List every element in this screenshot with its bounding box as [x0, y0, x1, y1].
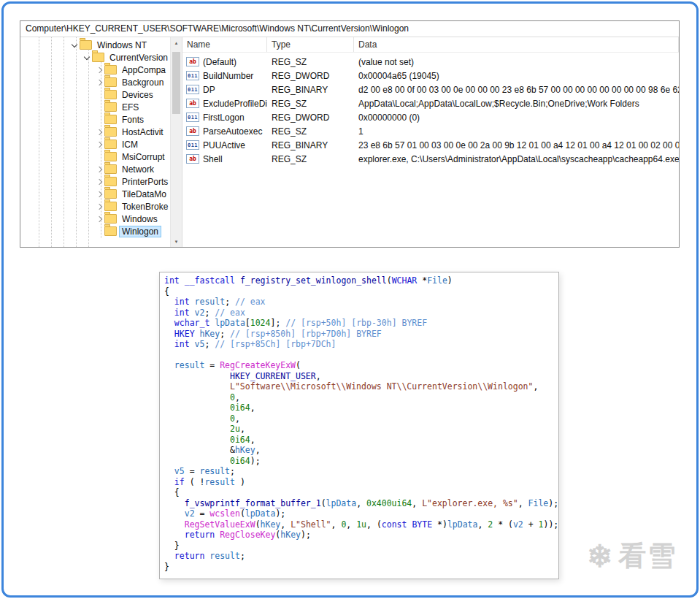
tree-item-tokenbroke[interactable]: TokenBroke	[20, 200, 170, 213]
registry-value-row[interactable]: 011BuildNumberREG_DWORD0x00004a65 (19045…	[182, 69, 679, 83]
code-token	[164, 456, 230, 466]
code-line[interactable]	[164, 350, 558, 361]
chevron-collapsed-icon[interactable]	[95, 128, 104, 137]
tree-item-devices[interactable]: Devices	[20, 88, 170, 101]
tree-item-windows[interactable]: Windows	[20, 213, 170, 225]
code-line[interactable]: result = RegCreateKeyExW(	[164, 360, 558, 371]
tree-item-fonts[interactable]: Fonts	[20, 113, 170, 126]
code-line[interactable]: f_vswprintf_format_buffer_1(lpData, 0x40…	[164, 498, 558, 509]
registry-value-row[interactable]: ab(Default)REG_SZ(value not set)	[182, 55, 679, 69]
tree-scrollbar[interactable]: ▲ ▼	[170, 37, 182, 247]
code-token: ];	[270, 318, 285, 328]
registry-value-row[interactable]: 011PUUActiveREG_BINARY23 e8 6b 57 01 00 …	[182, 138, 679, 152]
code-token: +	[523, 519, 539, 530]
code-token: wcslen	[209, 508, 240, 519]
code-token	[164, 477, 174, 487]
code-token: wchar_t	[174, 318, 209, 328]
code-line[interactable]: 2u,	[164, 424, 558, 435]
column-header-name[interactable]: Name	[182, 37, 267, 52]
folder-icon	[104, 177, 117, 186]
tree-item-label: CurrentVersion	[107, 53, 170, 63]
code-line[interactable]: 0i64,	[164, 435, 558, 446]
chevron-expanded-icon[interactable]	[70, 41, 79, 50]
chevron-collapsed-icon[interactable]	[95, 140, 104, 149]
code-line[interactable]: HKEY_CURRENT_USER,	[164, 371, 558, 382]
code-line[interactable]: {	[164, 286, 558, 297]
chevron-expanded-icon[interactable]	[82, 53, 91, 62]
registry-value-row[interactable]: abExcludeProfileDirsREG_SZAppData\Local;…	[182, 96, 679, 110]
code-line[interactable]: }	[164, 562, 558, 573]
code-token: int	[164, 275, 180, 286]
tree-item-network[interactable]: Network	[20, 163, 170, 175]
code-line[interactable]: v2 = wcslen(lpData);	[164, 508, 558, 519]
code-line[interactable]: RegSetValueExW(hKey, L"Shell", 0, 1u, (c…	[164, 519, 558, 530]
folder-icon	[104, 164, 117, 174]
chevron-collapsed-icon[interactable]	[95, 215, 104, 224]
code-token: );	[548, 498, 558, 508]
column-header-type[interactable]: Type	[267, 37, 354, 52]
registry-value-row[interactable]: 011FirstLogonREG_DWORD0x00000000 (0)	[182, 110, 679, 124]
tree-item-msicorrupt[interactable]: MsiCorrupt	[20, 150, 170, 163]
chevron-collapsed-icon[interactable]	[95, 66, 104, 75]
code-line[interactable]: 0,	[164, 413, 558, 424]
code-line[interactable]: {	[164, 487, 558, 498]
code-token: File	[528, 498, 549, 508]
registry-address-bar[interactable]: Computer\HKEY_CURRENT_USER\SOFTWARE\Micr…	[20, 21, 679, 37]
code-line[interactable]: }	[164, 541, 558, 552]
tree-item-printerports[interactable]: PrinterPorts	[20, 175, 170, 188]
code-line[interactable]: v5 = result;	[164, 466, 558, 477]
scrollbar-thumb[interactable]	[172, 52, 180, 114]
tree-item-backgroun[interactable]: Backgroun	[20, 76, 170, 88]
code-line[interactable]: int __fastcall f_registry_set_winlogon_s…	[164, 275, 558, 286]
chevron-collapsed-icon[interactable]	[95, 190, 104, 199]
code-line[interactable]: int result; // eax	[164, 297, 558, 308]
tree-item-icm[interactable]: ICM	[20, 138, 170, 150]
tree-item-hostactivit[interactable]: HostActivit	[20, 126, 170, 138]
tree-item-efs[interactable]: EFS	[20, 101, 170, 113]
code-token: 0i64	[230, 435, 250, 445]
tree-item-tiledatamo[interactable]: TileDataMo	[20, 188, 170, 200]
code-line[interactable]: wchar_t lpData[1024]; // [rsp+50h] [rbp-…	[164, 318, 558, 329]
column-header-data[interactable]: Data	[354, 37, 679, 52]
folder-icon	[92, 53, 104, 62]
chevron-placeholder	[95, 115, 104, 124]
value-data: 0x00000000 (0)	[354, 112, 679, 123]
code-line[interactable]: int v2; // eax	[164, 308, 558, 318]
value-name: FirstLogon	[203, 112, 245, 123]
chevron-collapsed-icon[interactable]	[95, 178, 104, 186]
registry-tree-pane: Windows NTCurrentVersionAppCompaBackgrou…	[20, 37, 170, 247]
code-line[interactable]: int v5; // [rsp+85Ch] [rbp+7DCh]	[164, 339, 558, 350]
tree-item-label: Winlogon	[120, 226, 161, 237]
code-token: result	[200, 466, 231, 476]
scroll-down-icon[interactable]: ▼	[171, 236, 182, 247]
code-token	[164, 297, 174, 307]
value-name-cell: 011BuildNumber	[182, 71, 267, 81]
tree-item-appcompa[interactable]: AppCompa	[20, 64, 170, 76]
value-name: DP	[203, 85, 215, 95]
code-line[interactable]: &hKey,	[164, 445, 558, 456]
value-name-cell: abShell	[182, 154, 267, 164]
chevron-collapsed-icon[interactable]	[95, 78, 104, 87]
scroll-up-icon[interactable]: ▲	[171, 37, 182, 48]
code-line[interactable]: HKEY hKey; // [rsp+850h] [rbp+7D0h] BYRE…	[164, 329, 558, 340]
tree-item-label: ICM	[120, 140, 140, 150]
registry-value-row[interactable]: 011DPREG_BINARYd2 00 e8 00 0f 00 03 00 0…	[182, 83, 679, 96]
code-line[interactable]: L"Software\\Microsoft\\Windows NT\\Curre…	[164, 381, 558, 392]
code-line[interactable]: 0i64);	[164, 456, 558, 467]
code-token: ;	[204, 308, 215, 318]
tree-item-windows-nt[interactable]: Windows NT	[20, 39, 170, 51]
registry-value-row[interactable]: abParseAutoexecREG_SZ1	[182, 124, 679, 138]
code-line[interactable]: if ( !result )	[164, 477, 558, 488]
binary-value-icon: 011	[186, 112, 199, 122]
chevron-collapsed-icon[interactable]	[95, 202, 104, 211]
tree-item-currentversion[interactable]: CurrentVersion	[20, 51, 170, 64]
tree-item-winlogon[interactable]: Winlogon	[20, 225, 170, 237]
code-token: RegSetValueExW	[185, 519, 255, 530]
registry-value-row[interactable]: abShellREG_SZexplorer.exe, C:\Users\Admi…	[182, 152, 679, 166]
code-line[interactable]: return RegCloseKey(hKey);	[164, 530, 558, 541]
code-line[interactable]: return result;	[164, 551, 558, 562]
chevron-collapsed-icon[interactable]	[95, 165, 104, 174]
code-token: ;	[204, 339, 215, 349]
code-line[interactable]: 0,	[164, 392, 558, 403]
code-line[interactable]: 0i64,	[164, 402, 558, 413]
